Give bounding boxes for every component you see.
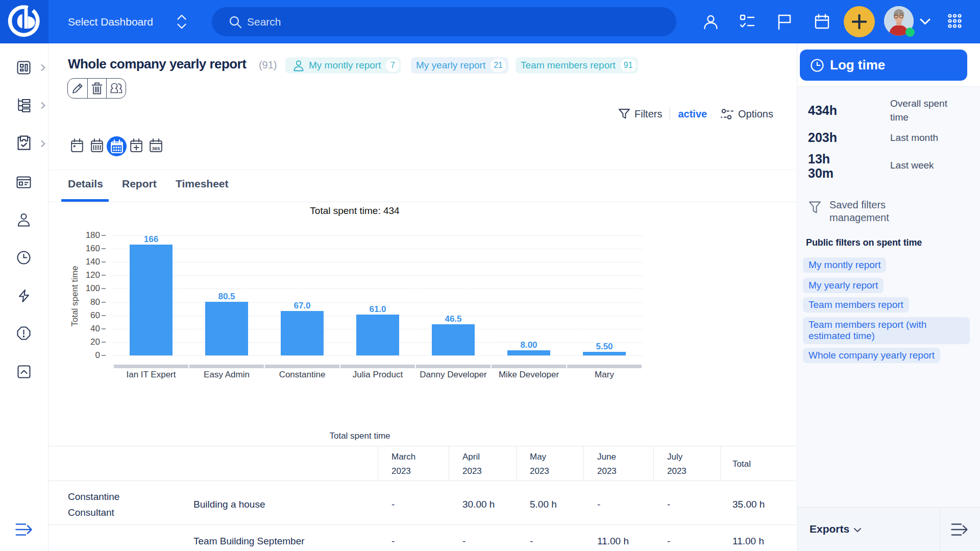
svg-text:365: 365 xyxy=(152,146,161,151)
